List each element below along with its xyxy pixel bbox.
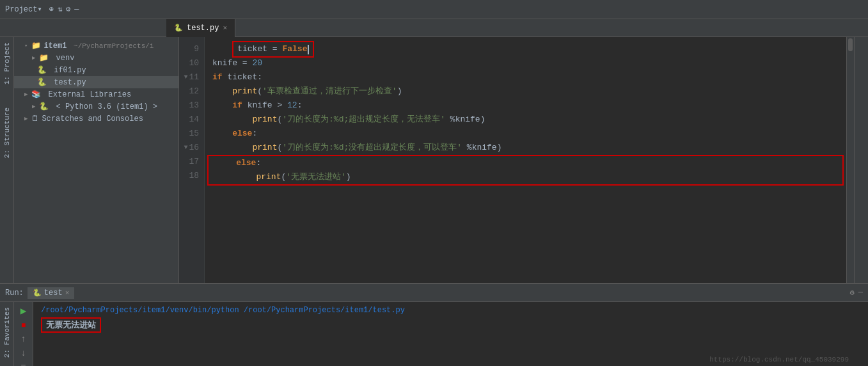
run-result-text: 无票无法进站 bbox=[46, 321, 96, 330]
tree-item-test[interactable]: 🐍 test.py bbox=[14, 76, 178, 88]
tree-item-ext-libs[interactable]: ▶ 📚 External Libraries bbox=[14, 88, 178, 100]
watermark: https://blog.csdn.net/qq_45039299 bbox=[709, 356, 849, 363]
run-tab-close[interactable]: × bbox=[65, 289, 70, 297]
op-paren-close-16: ) bbox=[497, 141, 502, 155]
fn-print-12: print bbox=[232, 84, 257, 99]
fold-arrow-11[interactable]: ▼ bbox=[184, 70, 187, 84]
run-tab-bar: Run: 🐍 test × ⚙ — bbox=[0, 284, 868, 302]
folder-icon: 📁 bbox=[31, 41, 41, 51]
op-paren-16: ( bbox=[277, 141, 282, 155]
arrow-icon: ▶ bbox=[32, 54, 35, 61]
tree-item-project-root[interactable]: ▾ 📁 item1 ~/PycharmProjects/i bbox=[14, 40, 178, 52]
top-icon-sort[interactable]: ⇅ bbox=[58, 4, 62, 14]
run-tab-icons: ⚙ — bbox=[850, 288, 863, 298]
test-label: test.py bbox=[49, 78, 86, 87]
kw-if-13: if bbox=[232, 99, 242, 113]
ln-13: 13 bbox=[179, 99, 204, 113]
run-tab-section: Run: 🐍 test × bbox=[5, 287, 74, 299]
code-content[interactable]: 9 10 ▼11 12 13 14 15 ▼16 17 18 bbox=[179, 37, 854, 283]
op-colon: : bbox=[257, 70, 262, 84]
tab-bar: 🐍 test.py × bbox=[0, 19, 868, 37]
code-lines-container[interactable]: ticket = False knife = 20 bbox=[205, 37, 846, 283]
if01-label: if01.py bbox=[49, 66, 86, 75]
folder-icon-venv: 📁 bbox=[39, 53, 49, 63]
code-line-14[interactable]: print ( '刀的长度为:%d;超出规定长度，无法登车' %knife ) bbox=[205, 113, 846, 127]
indent-12 bbox=[212, 84, 232, 99]
top-icon-minimize[interactable]: — bbox=[74, 5, 79, 14]
run-play-button[interactable]: ▶ bbox=[20, 305, 27, 317]
ln-10: 10 bbox=[179, 56, 204, 70]
tab-test-py[interactable]: 🐍 test.py × bbox=[166, 19, 235, 37]
op-percent-16: %knife bbox=[462, 141, 497, 155]
ln-17: 17 bbox=[179, 155, 204, 169]
tab-py-icon: 🐍 bbox=[174, 24, 183, 32]
kw-else-15: else bbox=[232, 127, 252, 141]
tab-close-icon[interactable]: × bbox=[223, 24, 227, 32]
project-label[interactable]: Project▾ bbox=[5, 4, 42, 14]
op-eq2: = bbox=[237, 56, 252, 70]
lib-icon: 📚 bbox=[31, 90, 41, 99]
bottom-left-side-tabs: 2: Favorites bbox=[0, 302, 14, 366]
op-percent-14: %knife bbox=[445, 113, 480, 127]
tab-test-py-label: test.py bbox=[187, 24, 219, 33]
code-line-9[interactable]: ticket = False bbox=[205, 42, 846, 56]
indent-13 bbox=[212, 99, 232, 113]
ext-libs-label: External Libraries bbox=[43, 90, 131, 99]
code-line-15[interactable]: else : bbox=[205, 127, 846, 141]
bottom-panel: Run: 🐍 test × ⚙ — 2: Favorites ▶ ■ bbox=[0, 283, 868, 366]
run-down-button[interactable]: ↓ bbox=[20, 348, 26, 358]
arrow-icon: ▶ bbox=[24, 91, 28, 98]
str-16: '刀的长度为:%d;没有超出规定长度，可以登车' bbox=[282, 141, 462, 155]
run-stop-button[interactable]: ■ bbox=[21, 321, 26, 330]
code-line-16[interactable]: print ( '刀的长度为:%d;没有超出规定长度，可以登车' %knife … bbox=[205, 141, 846, 155]
code-line-17[interactable]: else : bbox=[209, 156, 842, 170]
py-icon-test: 🐍 bbox=[37, 77, 47, 87]
code-indent-9 bbox=[212, 42, 232, 56]
arrow-icon: ▶ bbox=[24, 115, 28, 122]
red-box-line9: ticket = False bbox=[232, 41, 314, 58]
project-root-path: ~/PycharmProjects/i bbox=[69, 42, 154, 50]
code-line-11[interactable]: if ticket : bbox=[205, 70, 846, 84]
op-paren-14: ( bbox=[277, 113, 282, 127]
py-icon-if01: 🐍 bbox=[37, 65, 47, 75]
str-12: '车票检查通过，清进行下一步检查' bbox=[262, 84, 397, 99]
fn-print-14: print bbox=[252, 113, 277, 127]
python-ver-label: < Python 3.6 (item1) > bbox=[51, 102, 157, 111]
code-line-13[interactable]: if knife > 12 : bbox=[205, 99, 846, 113]
op-gt-13: > bbox=[272, 99, 287, 113]
ln-15: 15 bbox=[179, 127, 204, 141]
run-list-button[interactable]: ≡ bbox=[20, 362, 26, 366]
tree-item-python-ver[interactable]: ▶ 🐍 < Python 3.6 (item1) > bbox=[14, 100, 178, 113]
sidebar-tab-project[interactable]: 1: Project bbox=[2, 37, 12, 90]
kw-if: if bbox=[212, 70, 223, 84]
tree-item-venv[interactable]: ▶ 📁 venv bbox=[14, 52, 178, 64]
fn-print-18: print bbox=[256, 170, 281, 184]
run-up-button[interactable]: ↑ bbox=[20, 334, 26, 344]
num-12: 12 bbox=[287, 99, 297, 113]
gear-icon[interactable]: ⚙ bbox=[850, 288, 855, 298]
favorites-tab[interactable]: 2: Favorites bbox=[2, 302, 12, 363]
code-line-12[interactable]: print ( '车票检查通过，清进行下一步检查' ) bbox=[205, 84, 846, 99]
venv-label: venv bbox=[51, 54, 74, 63]
op-colon-13: : bbox=[297, 99, 303, 113]
run-tab-name: test bbox=[44, 289, 63, 298]
fold-arrow-16[interactable]: ▼ bbox=[184, 141, 187, 155]
left-side-tabs: 1: Project 2: Structure bbox=[0, 37, 14, 283]
tree-item-scratches[interactable]: ▶ 🗒 Scratches and Consoles bbox=[14, 113, 178, 125]
top-icon-gear[interactable]: ⚙ bbox=[66, 4, 70, 14]
op-paren-18: ( bbox=[281, 170, 286, 184]
top-icon-add[interactable]: ⊕ bbox=[49, 4, 54, 14]
editor-area: 9 10 ▼11 12 13 14 15 ▼16 17 18 bbox=[179, 37, 854, 283]
bool-false: False bbox=[282, 42, 307, 56]
run-tab-file[interactable]: 🐍 test × bbox=[28, 287, 74, 299]
tree-item-if01[interactable]: 🐍 if01.py bbox=[14, 64, 178, 76]
var-knife: knife bbox=[212, 56, 237, 70]
sidebar-tab-structure[interactable]: 2: Structure bbox=[2, 102, 12, 163]
code-line-18[interactable]: print ( '无票无法进站' ) bbox=[209, 170, 842, 184]
vertical-scrollbar[interactable] bbox=[846, 37, 854, 283]
str-14: '刀的长度为:%d;超出规定长度，无法登车' bbox=[282, 113, 445, 127]
ln-14: 14 bbox=[179, 113, 204, 127]
minimize-icon[interactable]: — bbox=[858, 288, 863, 298]
project-tree: ▾ 📁 item1 ~/PycharmProjects/i ▶ 📁 venv 🐍… bbox=[14, 37, 178, 283]
code-line-10[interactable]: knife = 20 bbox=[205, 56, 846, 70]
